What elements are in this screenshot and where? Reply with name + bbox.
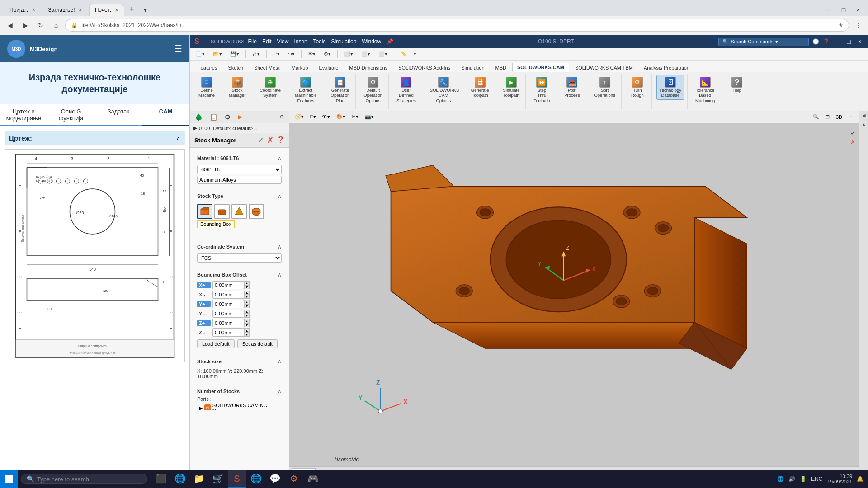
- tab-sketch[interactable]: Sketch: [223, 63, 248, 72]
- rp-btn-1[interactable]: ◀: [859, 111, 868, 120]
- sm-stock-btn-1[interactable]: [197, 204, 212, 219]
- vp-3d-btn[interactable]: 3D: [833, 112, 845, 122]
- sm-spin-xminus-up[interactable]: ▲: [244, 291, 250, 295]
- address-bar[interactable]: 🔒 file:///F:/Skolska_2021_2022/Web/haas/…: [65, 19, 849, 32]
- sm-input-zminus[interactable]: [212, 328, 244, 337]
- sm-stock-btn-4[interactable]: [249, 204, 264, 219]
- tb-snap-btn[interactable]: 📏: [397, 49, 410, 59]
- tab-sheet-metal[interactable]: Sheet Metal: [249, 63, 286, 72]
- taskbar-app-solidworks[interactable]: S: [228, 470, 246, 488]
- ribbon-btn-coordinate-system[interactable]: ⊕ CoordinateSystem: [257, 75, 284, 100]
- panel-property-btn[interactable]: 📋: [207, 112, 221, 122]
- sm-material-header[interactable]: Material : 6061-T6 ∧: [197, 153, 282, 163]
- rp-btn-2[interactable]: ▲: [859, 120, 868, 129]
- sm-cancel-btn[interactable]: ✗: [267, 136, 273, 145]
- maximize-btn[interactable]: □: [837, 4, 850, 16]
- vp-hide-show-btn[interactable]: 👁▾: [320, 112, 333, 122]
- tb-save-btn[interactable]: 💾▾: [227, 49, 242, 59]
- sm-spin-zplus-up[interactable]: ▲: [244, 319, 250, 323]
- tab-close-1[interactable]: ×: [32, 6, 35, 14]
- sm-input-yplus[interactable]: [212, 300, 244, 308]
- tab-mbd[interactable]: MBD: [491, 63, 511, 72]
- vp-more-btn[interactable]: ⋮: [846, 112, 856, 122]
- ribbon-btn-cam-options[interactable]: 🔧 SOLIDWORKSCAMOptions: [427, 75, 460, 105]
- panel-feature-tree-btn[interactable]: 🌲: [192, 112, 206, 122]
- tab-dropdown-btn[interactable]: ▾: [139, 4, 151, 16]
- sm-input-zplus[interactable]: [212, 319, 244, 327]
- vp-display-style-btn[interactable]: □▾: [307, 112, 319, 122]
- menu-tools[interactable]: Tools: [313, 38, 326, 45]
- web-nav-item-1[interactable]: Цртеж и моделирање: [0, 104, 47, 125]
- sm-set-default-btn[interactable]: Set as default: [237, 339, 278, 348]
- sw-minimize-btn[interactable]: ─: [833, 38, 841, 45]
- extensions-btn[interactable]: ⋮: [852, 19, 864, 32]
- tb-view2-btn[interactable]: ⬜▾: [358, 49, 373, 59]
- menu-window[interactable]: Window: [362, 38, 381, 45]
- new-tab-button[interactable]: +: [125, 4, 138, 16]
- panel-config-btn[interactable]: ⚙: [222, 112, 234, 122]
- sm-load-default-btn[interactable]: Load default: [197, 339, 235, 348]
- ribbon-btn-step-thru[interactable]: ⏩ StepThruToolpath: [530, 75, 553, 105]
- tb-view3-btn[interactable]: ⬜▾: [375, 49, 391, 59]
- sm-spin-yminus-up[interactable]: ▲: [244, 310, 250, 314]
- sm-stock-btn-2[interactable]: [214, 204, 230, 219]
- vp-icon-x[interactable]: ✗: [849, 138, 857, 146]
- sm-input-xplus[interactable]: [212, 281, 244, 289]
- menu-edit[interactable]: Edit: [262, 38, 272, 45]
- sm-stock-btn-3[interactable]: [231, 204, 247, 219]
- sm-stock-type-header[interactable]: Stock Type ∧: [197, 191, 282, 201]
- vp-appearance-btn[interactable]: 🎨▾: [334, 112, 348, 122]
- sm-spin-yminus-down[interactable]: ▼: [244, 314, 250, 318]
- tb-view-btn[interactable]: 👁▾: [305, 49, 319, 59]
- tab-mbd-dimensions[interactable]: MBD Dimensions: [344, 63, 392, 72]
- vp-icon-check[interactable]: ✓: [849, 129, 857, 137]
- ribbon-btn-help[interactable]: ? Help: [726, 75, 748, 94]
- sm-coord-dropdown[interactable]: FCS: [197, 253, 282, 263]
- forward-btn[interactable]: ▶: [19, 19, 32, 32]
- ribbon-btn-define-machine[interactable]: 🖥 DefineMachine: [195, 75, 218, 100]
- hamburger-menu[interactable]: ☰: [174, 43, 182, 54]
- sm-bbox-header[interactable]: Bounding Box Offset ∧: [197, 270, 282, 280]
- tab-close-3[interactable]: ×: [115, 6, 118, 14]
- sw-maximize-btn[interactable]: □: [845, 38, 852, 45]
- sm-size-header[interactable]: Stock size ∧: [197, 357, 282, 366]
- sm-spin-xplus-up[interactable]: ▲: [244, 281, 250, 285]
- browser-tab-3[interactable]: Почет: ×: [89, 4, 125, 16]
- taskbar-search-box[interactable]: 🔍 Type here to search: [21, 474, 147, 484]
- ribbon-btn-turn-rough[interactable]: ⚙ TurnRough: [626, 75, 649, 100]
- sw-close-btn[interactable]: ×: [856, 38, 863, 45]
- menu-insert[interactable]: Insert: [294, 38, 307, 45]
- tab-markup[interactable]: Markup: [287, 63, 313, 72]
- section-header[interactable]: Цртеж: ∧: [5, 131, 185, 145]
- tb-undo-btn[interactable]: ↩▾: [270, 49, 283, 59]
- taskbar-start-btn[interactable]: [0, 470, 18, 488]
- web-nav-item-cam[interactable]: CAM: [142, 104, 189, 126]
- vp-view-orientation-btn[interactable]: 🧭▾: [292, 112, 307, 122]
- tb-print-btn[interactable]: 🖨▾: [249, 49, 263, 59]
- tab-analysis-prep[interactable]: Analysis Preparation: [639, 63, 694, 72]
- tab-close-2[interactable]: ×: [79, 6, 82, 14]
- tab-features[interactable]: Features: [193, 63, 222, 72]
- tab-evaluate[interactable]: Evaluate: [314, 63, 343, 72]
- web-nav-item-3[interactable]: Задатак: [95, 104, 142, 125]
- panel-expand-btn[interactable]: ⊕: [277, 112, 287, 122]
- tab-sw-addins[interactable]: SOLIDWORKS Add-Ins: [393, 63, 455, 72]
- tab-sw-cam[interactable]: SOLIDWORKS CAM: [512, 63, 569, 72]
- taskbar-app-explorer[interactable]: 📁: [190, 470, 208, 488]
- sm-material-dropdown[interactable]: 6061-T6: [197, 165, 282, 174]
- taskbar-app-sw-cam[interactable]: ⚙: [285, 470, 303, 488]
- vp-zoom-btn[interactable]: 🔍: [810, 112, 822, 122]
- browser-tab-2[interactable]: Заглавље! ×: [42, 4, 88, 16]
- back-btn[interactable]: ◀: [4, 19, 16, 32]
- ribbon-btn-generate-op[interactable]: 📋 GenerateOperationPlan: [328, 75, 353, 105]
- sm-input-yminus[interactable]: [212, 310, 244, 318]
- browser-tab-1[interactable]: Прија... ×: [4, 4, 42, 16]
- sm-material-category-input[interactable]: [197, 176, 282, 184]
- ribbon-btn-stock-manager[interactable]: 📦 StockManager: [226, 75, 249, 100]
- sm-spin-xplus-down[interactable]: ▼: [244, 285, 250, 289]
- tb-display-btn[interactable]: ⬜▾: [341, 49, 356, 59]
- sm-spin-zminus-up[interactable]: ▲: [244, 328, 250, 333]
- vp-camera-btn[interactable]: 📷▾: [362, 112, 377, 122]
- sm-help-icon[interactable]: ❓: [277, 136, 284, 145]
- ribbon-btn-user-strat[interactable]: 👤 UserDefinedStrategies: [393, 75, 419, 105]
